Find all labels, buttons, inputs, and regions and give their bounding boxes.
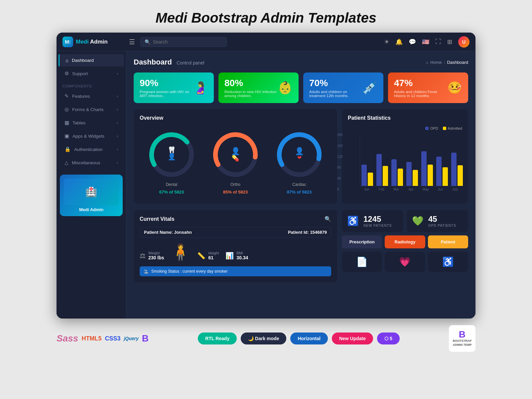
doc-icon-cell[interactable]: 📄: [342, 252, 382, 272]
hamburger-icon[interactable]: ☰: [129, 38, 135, 46]
settings-icon[interactable]: ⊞: [447, 38, 452, 46]
css3-badge: CSS3: [105, 335, 120, 342]
gauge-ortho-svg: 👤 💊: [210, 130, 260, 180]
legend-admitted: Admitted: [443, 126, 462, 130]
bootstrap-tech-badge: B: [142, 333, 149, 344]
navbar-actions: ☀ 🔔 💬 🇺🇸 ⛶ ⊞ U: [384, 36, 469, 48]
patient-name: Jonsahn: [174, 230, 192, 235]
bar-group-apr: [406, 162, 418, 186]
search-icon: 🔍: [145, 39, 150, 45]
vitals-height: 📏 Height 61: [197, 251, 219, 260]
right-stats: ♿ 1245 NEW PATIENTS 💚 45 OPD PATIENTS: [342, 210, 468, 282]
sidebar-item-forms-charts[interactable]: ◎ Forms & Charts ›: [59, 103, 124, 116]
main-body: ⌂ Dashboard ⚙ Support › Components ✎ Fea…: [57, 51, 475, 319]
main-wrapper: M: Medi Admin ☰ 🔍 ☀ 🔔 💬 🇺🇸 ⛶ ⊞ U: [57, 33, 475, 319]
search-bar[interactable]: 🔍: [140, 37, 227, 47]
sidebar-item-apps-widgets[interactable]: ▣ Apps & Widgets ›: [59, 130, 124, 142]
bar-chart: [360, 133, 462, 186]
breadcrumb-separator: /: [444, 60, 445, 65]
lock-icon: 🔒: [65, 146, 71, 152]
patient-stats-panel: Patient Statistics OPD Admitted: [342, 109, 468, 204]
legend-dot-admitted: [443, 127, 446, 130]
home-icon: ⌂: [426, 60, 428, 65]
dark-mode-button[interactable]: 🌙 Dark mode: [241, 332, 286, 344]
patient-button[interactable]: Patient: [428, 235, 468, 248]
mid-row: Overview 🦷 👤 Dental 67% of 5823: [134, 109, 468, 204]
sidebar-item-label: Tables: [72, 120, 85, 125]
sidebar-item-label: Authentication: [74, 147, 103, 152]
bar-feb-admitted: [383, 166, 388, 186]
chevron-right-icon: ›: [117, 94, 118, 98]
dashboard-icon: ⌂: [66, 58, 68, 63]
sidebar-item-label: Miscellaneous: [72, 160, 100, 165]
stat-desc-3: Adults and children on treatment 12th mo…: [309, 90, 362, 98]
patient-stats-title: Patient Statistics: [348, 115, 462, 121]
action-icon-row: 📄 💗 ♿: [342, 252, 468, 272]
bar-july-admitted: [458, 165, 463, 186]
gauge-dental: 🦷 👤 Dental 67% of 5823: [147, 130, 197, 195]
chevron-right-icon: ›: [117, 71, 118, 75]
stat-desc-2: Reduction in new HIV infection among chi…: [224, 90, 278, 98]
flag-icon[interactable]: 🇺🇸: [422, 38, 429, 46]
radiology-button[interactable]: Radiology: [385, 235, 425, 248]
misc-icon: △: [65, 160, 68, 166]
svg-text:💊: 💊: [232, 155, 239, 162]
baby-icon: 👶: [278, 81, 293, 95]
gauge-cardiac-label: Cardiac: [292, 182, 306, 187]
bar-mar-opd: [391, 159, 397, 186]
sidebar-item-tables[interactable]: ▦ Tables ›: [59, 116, 124, 129]
height-value: 61: [208, 255, 219, 260]
prescription-button[interactable]: Prescription: [342, 235, 382, 248]
vitals-panel: Current Vitals 🔍 Patient Name: Jonsahn P…: [134, 210, 337, 282]
version-button[interactable]: ⬡ 5: [377, 332, 400, 344]
gauge-ortho: 👤 💊 Ortho 85% of 5823: [210, 130, 260, 195]
stat-pct-2: 80%: [224, 78, 278, 88]
opd-patients-value: 45: [428, 214, 456, 224]
gauge-dental-svg: 🦷 👤: [147, 130, 197, 180]
page-title: Dashboard Control panel: [134, 58, 204, 66]
breadcrumb-home: Home: [430, 60, 442, 65]
bmi-icon: 📊: [225, 252, 234, 260]
jquery-badge: jQuery: [124, 336, 138, 341]
bootstrap-logo-text: BOOTSTRAPADMIN TEMP: [453, 339, 471, 347]
bar-mar-admitted: [398, 169, 403, 186]
sidebar-ad: 🏥 Medi Admin: [60, 175, 123, 216]
legend-label-admitted: Admitted: [448, 126, 462, 130]
vitals-metrics: ⚖ Weight 230 lbs 🧍 📏 Height 61: [140, 242, 331, 263]
heart-icon-cell[interactable]: 💗: [385, 252, 425, 272]
avatar[interactable]: U: [458, 36, 469, 48]
smoking-icon: 🚬: [144, 269, 149, 274]
chevron-right-icon: ›: [117, 121, 118, 125]
content-area: Dashboard Control panel ⌂ Home / Dashboa…: [126, 51, 475, 319]
rtl-ready-button[interactable]: RTL Ready: [198, 332, 237, 344]
patient-id-label: Patient Id: 1546879: [288, 230, 327, 235]
bootstrap-logo-box: B BOOTSTRAPADMIN TEMP: [449, 325, 475, 352]
sidebar-item-authentication[interactable]: 🔒 Authentication ›: [59, 143, 124, 156]
chat-icon[interactable]: 💬: [409, 38, 416, 46]
search-icon-vitals[interactable]: 🔍: [325, 216, 331, 222]
sidebar-item-features[interactable]: ✎ Features ›: [59, 90, 124, 102]
new-update-button[interactable]: New Update: [332, 332, 373, 344]
wheelchair-icon-cell[interactable]: ♿: [428, 252, 468, 272]
search-input[interactable]: [153, 39, 222, 45]
sidebar-section-components: Components: [57, 80, 126, 89]
sidebar-item-miscellaneous[interactable]: △ Miscellaneous ›: [59, 156, 124, 169]
weight-label: Weight: [148, 251, 164, 255]
sidebar-item-label: Forms & Charts: [72, 107, 104, 112]
action-buttons: Prescription Radiology Patient: [342, 235, 468, 248]
horizontal-button[interactable]: Horizontal: [290, 332, 328, 344]
sidebar-item-dashboard[interactable]: ⌂ Dashboard: [59, 54, 124, 66]
sidebar-item-support[interactable]: ⚙ Support ›: [59, 67, 124, 80]
heartbeat-chart-icon: 💗: [399, 256, 411, 267]
fullscreen-icon[interactable]: ⛶: [435, 38, 441, 45]
smoking-status: 🚬 Smoking Status : current every day smo…: [140, 266, 331, 276]
gauge-ortho-value: 85% of 5823: [223, 190, 248, 195]
document-icon: 📄: [356, 256, 368, 267]
bar-may-admitted: [428, 165, 433, 186]
gauge-dental-value: 67% of 5823: [159, 190, 184, 195]
svg-text:❤: ❤: [297, 155, 302, 161]
bell-icon[interactable]: 🔔: [395, 38, 403, 46]
bar-group-july: [451, 153, 463, 186]
theme-icon[interactable]: ☀: [384, 38, 389, 46]
chevron-right-icon: ›: [117, 147, 118, 151]
